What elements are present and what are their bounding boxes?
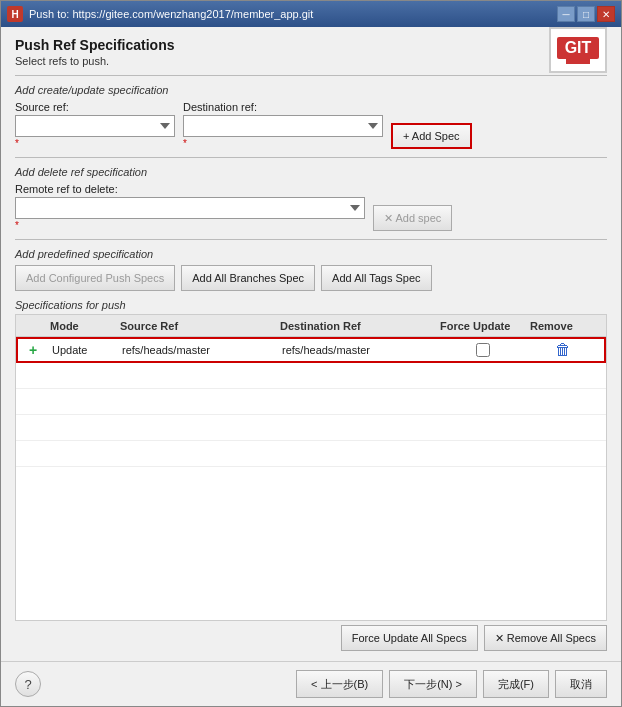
col-header-remove: Remove [526, 320, 596, 332]
trash-icon[interactable]: 🗑 [555, 341, 571, 359]
spec-row-empty-1 [16, 363, 606, 389]
maximize-button[interactable]: □ [577, 6, 595, 22]
predefined-label: Add predefined specification [15, 248, 607, 260]
add-configured-push-specs-button[interactable]: Add Configured Push Specs [15, 265, 175, 291]
col-header-dest-ref: Destination Ref [276, 320, 436, 332]
delete-label: Add delete ref specification [15, 166, 607, 178]
spec-row-empty-2 [16, 389, 606, 415]
window-title: Push to: https://gitee.com/wenzhang2017/… [29, 8, 313, 20]
force-update-all-specs-button[interactable]: Force Update All Specs [341, 625, 478, 651]
source-ref-label: Source ref: [15, 101, 175, 113]
main-content: GIT Push Ref Specifications Select refs … [1, 27, 621, 661]
col-header-force-update: Force Update [436, 320, 526, 332]
source-ref-group: Source ref: * [15, 101, 175, 149]
dest-ref-group: Destination ref: * [183, 101, 383, 149]
col-header-source-ref: Source Ref [116, 320, 276, 332]
source-ref-required: * [15, 138, 175, 149]
remote-ref-label: Remote ref to delete: [15, 183, 365, 195]
predefined-buttons-row: Add Configured Push Specs Add All Branch… [15, 265, 607, 291]
create-update-form-row: Source ref: * Destination ref: * [15, 101, 607, 149]
divider-3 [15, 239, 607, 240]
spec-row-1-icon: + [18, 342, 48, 358]
dest-ref-required: * [183, 138, 383, 149]
specs-table: Mode Source Ref Destination Ref Force Up… [15, 314, 607, 621]
page-title-section: Push Ref Specifications Select refs to p… [15, 37, 607, 67]
create-update-label: Add create/update specification [15, 84, 607, 96]
add-spec-button[interactable]: + Add Spec [391, 123, 472, 149]
page-subtitle: Select refs to push. [15, 55, 607, 67]
help-button[interactable]: ? [15, 671, 41, 697]
add-all-tags-spec-button[interactable]: Add All Tags Spec [321, 265, 431, 291]
delete-section: Add delete ref specification Remote ref … [15, 166, 607, 231]
dest-ref-label: Destination ref: [183, 101, 383, 113]
remote-ref-required: * [15, 220, 365, 231]
title-bar: H Push to: https://gitee.com/wenzhang201… [1, 1, 621, 27]
git-logo-connector [566, 59, 590, 64]
remote-ref-group: Remote ref to delete: * [15, 183, 365, 231]
spec-row-empty-3 [16, 415, 606, 441]
spec-row-1: + Update refs/heads/master refs/heads/ma… [16, 337, 606, 363]
spec-row-1-remove[interactable]: 🗑 [528, 341, 598, 359]
specs-table-body: + Update refs/heads/master refs/heads/ma… [16, 337, 606, 620]
specs-section: Specifications for push Mode Source Ref … [15, 299, 607, 651]
spec-row-1-force-update[interactable] [438, 343, 528, 357]
specs-table-header: Mode Source Ref Destination Ref Force Up… [16, 315, 606, 337]
finish-button[interactable]: 完成(F) [483, 670, 549, 698]
divider-1 [15, 75, 607, 76]
close-button[interactable]: ✕ [597, 6, 615, 22]
spec-row-empty-4 [16, 441, 606, 467]
create-update-section: Add create/update specification Source r… [15, 84, 607, 149]
main-window: H Push to: https://gitee.com/wenzhang201… [0, 0, 622, 707]
plus-icon: + [29, 342, 37, 358]
predefined-section: Add predefined specification Add Configu… [15, 248, 607, 291]
minimize-button[interactable]: ─ [557, 6, 575, 22]
remove-all-specs-button[interactable]: ✕ Remove All Specs [484, 625, 607, 651]
spec-row-1-source-ref: refs/heads/master [118, 344, 278, 356]
footer: ? < 上一步(B) 下一步(N) > 完成(F) 取消 [1, 661, 621, 706]
divider-2 [15, 157, 607, 158]
next-button[interactable]: 下一步(N) > [389, 670, 477, 698]
cancel-button[interactable]: 取消 [555, 670, 607, 698]
page-title: Push Ref Specifications [15, 37, 607, 53]
add-delete-spec-button[interactable]: ✕ Add spec [373, 205, 452, 231]
dest-ref-select[interactable] [183, 115, 383, 137]
source-ref-select[interactable] [15, 115, 175, 137]
footer-nav: < 上一步(B) 下一步(N) > 完成(F) 取消 [296, 670, 607, 698]
spec-row-1-mode: Update [48, 344, 118, 356]
bottom-buttons: Force Update All Specs ✕ Remove All Spec… [15, 621, 607, 651]
spec-row-1-dest-ref: refs/heads/master [278, 344, 438, 356]
remote-ref-select[interactable] [15, 197, 365, 219]
delete-form-row: Remote ref to delete: * ✕ Add spec [15, 183, 607, 231]
git-logo-text: GIT [557, 37, 600, 59]
col-header-mode: Mode [46, 320, 116, 332]
title-bar-left: H Push to: https://gitee.com/wenzhang201… [7, 6, 313, 22]
specs-table-label: Specifications for push [15, 299, 607, 311]
back-button[interactable]: < 上一步(B) [296, 670, 383, 698]
add-all-branches-spec-button[interactable]: Add All Branches Spec [181, 265, 315, 291]
force-update-checkbox[interactable] [476, 343, 490, 357]
app-icon: H [7, 6, 23, 22]
window-controls[interactable]: ─ □ ✕ [557, 6, 615, 22]
git-logo: GIT [549, 27, 607, 73]
